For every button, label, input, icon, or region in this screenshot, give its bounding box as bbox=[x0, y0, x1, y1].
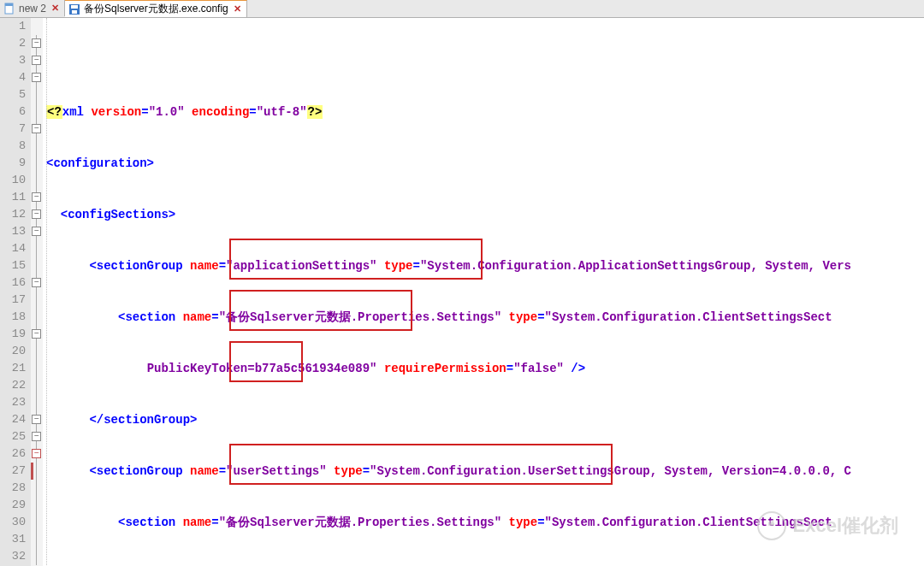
svg-rect-4 bbox=[72, 10, 77, 14]
line-number-gutter: 1234567891011121314151617181920212223242… bbox=[0, 18, 31, 566]
svg-rect-3 bbox=[71, 5, 78, 9]
tab-label: new 2 bbox=[19, 3, 46, 15]
save-icon bbox=[68, 3, 80, 15]
tab-new-2[interactable]: new 2 ✕ bbox=[0, 0, 65, 16]
close-icon[interactable]: ✕ bbox=[234, 3, 241, 15]
file-icon bbox=[3, 3, 15, 15]
tab-label: 备份Sqlserver元数据.exe.config bbox=[84, 2, 228, 16]
code-area[interactable]: <?xml version="1.0" encoding="utf-8"?> <… bbox=[43, 18, 924, 566]
close-icon[interactable]: ✕ bbox=[51, 3, 59, 14]
svg-rect-1 bbox=[5, 3, 13, 6]
fold-column[interactable]: −−−−−−−−−−−− bbox=[31, 18, 43, 566]
tab-config-file[interactable]: 备份Sqlserver元数据.exe.config ✕ bbox=[65, 0, 247, 17]
code-editor[interactable]: 1234567891011121314151617181920212223242… bbox=[0, 18, 924, 566]
tab-bar: new 2 ✕ 备份Sqlserver元数据.exe.config ✕ bbox=[0, 0, 924, 18]
